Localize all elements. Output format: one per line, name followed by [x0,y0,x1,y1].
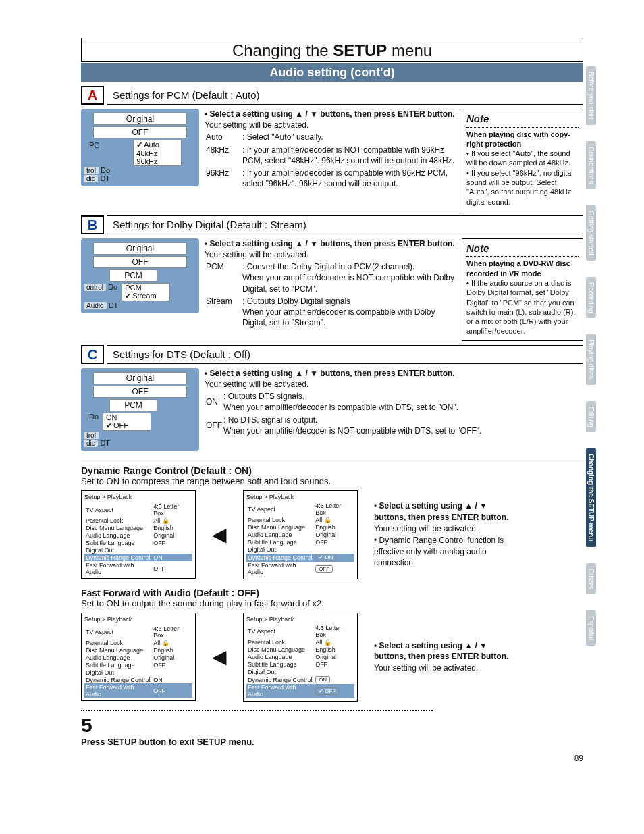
tab-playing-discs: Playing discs [586,334,596,384]
ffa-menu-right: Setup > Playback TV Aspect4:3 Letter Box… [243,613,358,702]
section-a-title: Settings for PCM (Default : Auto) [107,86,583,105]
section-letter-a: A [81,86,104,105]
ffa-heading: Fast Forward with Audio (Default : OFF) [81,588,583,598]
dts-options: ON OFF [103,413,151,431]
section-b-header: B Settings for Dolby Digital (Default : … [81,215,583,234]
section-c-title: Settings for DTS (Default : Off) [107,345,583,364]
ffa-right-text: • Select a setting using ▲ / ▼ buttons, … [374,640,512,674]
section-b-instructions: • Select a setting using ▲ / ▼ buttons, … [205,238,456,330]
tab-editing: Editing [586,401,596,433]
section-c-header: C Settings for DTS (Default : Off) [81,345,583,364]
ffa-desc: Set to ON to output the sound during pla… [81,598,583,608]
step-number: 5 [81,714,583,737]
drc-desc: Set to ON to compress the range between … [81,476,583,486]
section-b-title: Settings for Dolby Digital (Default : St… [107,215,583,234]
section-a-instructions: • Select a setting using ▲ / ▼ buttons, … [205,109,456,190]
tab-others: Others [586,563,596,594]
arrow-left-icon: ◀ [212,523,227,546]
side-tabs: Before you start Connections Getting sta… [586,66,602,662]
dolby-options: PCM Stream [122,283,170,301]
tab-connections: Connections [586,141,596,190]
drc-menu-left: Setup > Playback TV Aspect4:3 Letter Box… [81,490,196,579]
section-a-header: A Settings for PCM (Default : Auto) [81,86,583,105]
exit-instruction: Press SETUP button to exit SETUP menu. [81,737,583,747]
osd-dolby: Original OFF PCM ontrol Do PCM Stream Au… [81,238,199,313]
tab-getting-started: Getting started [586,205,596,261]
note-box-a: Note When playing disc with copy-right p… [462,109,583,211]
section-letter-b: B [81,215,104,234]
drc-heading: Dynamic Range Control (Default : ON) [81,465,583,476]
tab-espanol: Español [586,610,596,646]
tab-changing-setup-menu: Changing the SETUP menu [586,448,596,546]
tab-recording: Recording [586,277,596,319]
drc-menu-right: Setup > Playback TV Aspect4:3 Letter Box… [243,490,358,579]
note-box-b: Note When playing a DVD-RW disc recorded… [462,238,583,341]
arrow-left-icon: ◀ [212,646,227,668]
osd-dts: Original OFF PCM Do ON OFF trol dio DT [81,368,199,451]
section-letter-c: C [81,345,104,364]
ffa-menu-left: Setup > Playback TV Aspect4:3 Letter Box… [81,613,196,701]
osd-pcm: Original OFF PC Auto 48kHz 96kHz trol Do… [81,109,199,186]
page-number: 89 [574,754,583,763]
tab-before-you-start: Before you start [586,66,596,125]
section-c-instructions: • Select a setting using ▲ / ▼ buttons, … [205,368,583,438]
drc-right-text: • Select a setting using ▲ / ▼ buttons, … [374,500,512,569]
pcm-options: Auto 48kHz 96kHz [133,140,182,166]
page-title: Changing the SETUP menu [81,38,583,62]
section-heading-audio: Audio setting (cont'd) [81,63,583,82]
